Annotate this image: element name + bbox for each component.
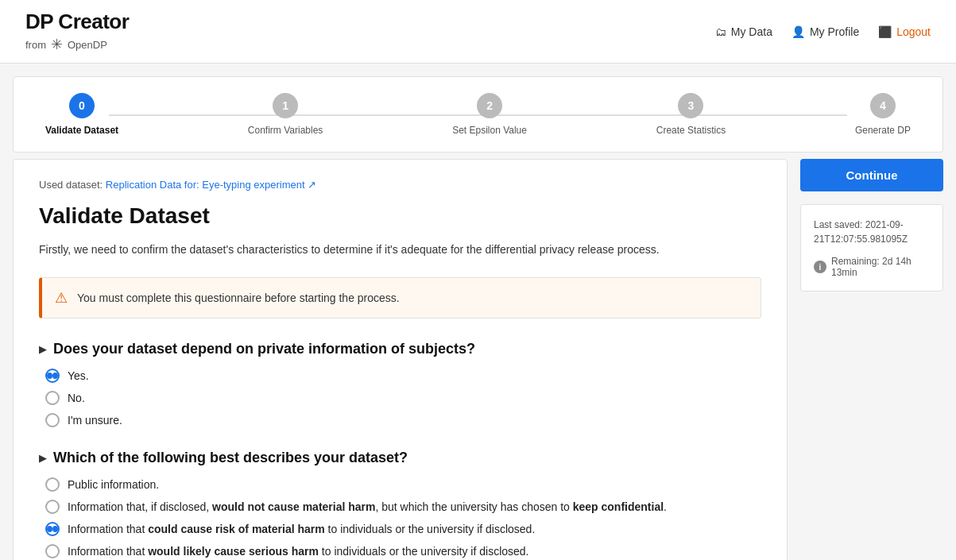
logo-sub: from ✳ OpenDP — [25, 36, 129, 53]
step-2[interactable]: 2 Set Epsilon Value — [452, 93, 527, 136]
step-2-label: Set Epsilon Value — [452, 125, 527, 136]
opendp-label: OpenDP — [68, 39, 107, 51]
remaining-label: Remaining: 2d 14h 13min — [831, 256, 930, 278]
info-icon: i — [814, 261, 826, 273]
question-2-header: ▶ Which of the following best describes … — [39, 450, 761, 466]
opendp-star-icon: ✳ — [51, 36, 63, 53]
logo-area: DP Creator from ✳ OpenDP — [25, 10, 129, 53]
dataset-link[interactable]: Replication Data for: Eye-typing experim… — [106, 179, 316, 191]
q1-radio-unsure[interactable] — [45, 413, 60, 427]
stepper: 0 Validate Dataset 1 Confirm Variables 2… — [13, 76, 943, 153]
warning-box: ⚠ You must complete this questionnaire b… — [39, 277, 761, 319]
q1-radio-no[interactable] — [45, 391, 60, 405]
question-1-options: Yes. No. I'm unsure. — [39, 369, 761, 427]
q2-option-notcause[interactable]: Information that, if disclosed, would no… — [45, 500, 761, 514]
q2-option-public[interactable]: Public information. — [45, 477, 761, 492]
q2-label-public: Public information. — [68, 478, 159, 491]
step-2-circle: 2 — [477, 93, 502, 118]
step-4[interactable]: 4 Generate DP — [855, 93, 911, 136]
step-0-label: Validate Dataset — [45, 125, 118, 136]
q2-label-couldcause: Information that could cause risk of mat… — [68, 523, 535, 535]
nav-links: 🗂 My Data 👤 My Profile ⬛ Logout — [715, 25, 931, 38]
logout-label: Logout — [896, 25, 931, 38]
continue-button[interactable]: Continue — [800, 159, 943, 191]
q1-label-unsure: I'm unsure. — [68, 414, 122, 427]
q1-option-no[interactable]: No. — [45, 391, 761, 405]
step-1-circle: 1 — [273, 93, 298, 118]
person-icon: 👤 — [792, 25, 805, 38]
last-saved-block: Last saved: 2021-09-21T12:07:55.981095Z — [814, 218, 930, 246]
header: DP Creator from ✳ OpenDP 🗂 My Data 👤 My … — [0, 0, 956, 64]
step-3-label: Create Statistics — [656, 125, 726, 136]
step-4-label: Generate DP — [855, 125, 911, 136]
my-profile-label: My Profile — [810, 25, 859, 38]
my-data-label: My Data — [731, 25, 772, 38]
remaining-block: i Remaining: 2d 14h 13min — [814, 256, 930, 278]
question-1-header: ▶ Does your dataset depend on private in… — [39, 341, 761, 357]
question-1-title: Does your dataset depend on private info… — [53, 341, 475, 357]
step-4-circle: 4 — [870, 93, 896, 118]
external-link-icon: ↗ — [308, 179, 316, 191]
warning-icon: ⚠ — [55, 289, 68, 307]
q2-option-couldcause[interactable]: Information that could cause risk of mat… — [45, 522, 761, 536]
step-1[interactable]: 1 Confirm Variables — [248, 93, 323, 136]
question-1-section: ▶ Does your dataset depend on private in… — [39, 341, 761, 427]
q2-radio-public[interactable] — [45, 477, 60, 492]
from-label: from — [25, 39, 46, 51]
page-description: Firstly, we need to confirm the dataset'… — [39, 241, 761, 258]
q2-option-likelycause[interactable]: Information that would likely cause seri… — [45, 544, 761, 558]
dataset-link-row: Used dataset: Replication Data for: Eye-… — [39, 179, 761, 191]
main-layout: Used dataset: Replication Data for: Eye-… — [13, 159, 943, 560]
last-saved-label: Last saved: — [814, 219, 862, 230]
step-3[interactable]: 3 Create Statistics — [656, 93, 726, 136]
q2-label-notcause: Information that, if disclosed, would no… — [68, 500, 667, 513]
q2-radio-likelycause[interactable] — [45, 544, 60, 558]
q2-radio-couldcause[interactable] — [45, 522, 60, 536]
q2-label-likelycause: Information that would likely cause seri… — [68, 545, 529, 558]
logout-link[interactable]: ⬛ Logout — [878, 25, 931, 38]
logo-title: DP Creator — [25, 10, 129, 34]
q2-radio-notcause[interactable] — [45, 500, 60, 514]
step-0[interactable]: 0 Validate Dataset — [45, 93, 118, 136]
question-1-arrow-icon: ▶ — [39, 343, 47, 355]
question-2-section: ▶ Which of the following best describes … — [39, 450, 761, 558]
database-icon: 🗂 — [715, 25, 726, 38]
q1-radio-yes[interactable] — [45, 369, 60, 383]
my-data-link[interactable]: 🗂 My Data — [715, 25, 772, 38]
question-2-title: Which of the following best describes yo… — [53, 450, 408, 466]
page-title: Validate Dataset — [39, 203, 761, 229]
question-2-arrow-icon: ▶ — [39, 452, 47, 464]
step-3-circle: 3 — [678, 93, 703, 118]
sidebar-info: Last saved: 2021-09-21T12:07:55.981095Z … — [800, 204, 943, 292]
sidebar: Continue Last saved: 2021-09-21T12:07:55… — [800, 159, 943, 560]
q1-option-yes[interactable]: Yes. — [45, 369, 761, 383]
logout-icon: ⬛ — [878, 25, 892, 38]
content-area: Used dataset: Replication Data for: Eye-… — [13, 159, 788, 560]
step-0-circle: 0 — [69, 93, 95, 118]
my-profile-link[interactable]: 👤 My Profile — [792, 25, 859, 38]
warning-text: You must complete this questionnaire bef… — [77, 292, 400, 304]
q1-label-yes: Yes. — [68, 369, 89, 382]
dataset-link-text: Replication Data for: Eye-typing experim… — [106, 179, 305, 191]
q1-option-unsure[interactable]: I'm unsure. — [45, 413, 761, 427]
dataset-prefix: Used dataset: — [39, 179, 103, 191]
step-1-label: Confirm Variables — [248, 125, 323, 136]
question-2-options: Public information. Information that, if… — [39, 477, 761, 558]
q1-label-no: No. — [68, 392, 85, 404]
